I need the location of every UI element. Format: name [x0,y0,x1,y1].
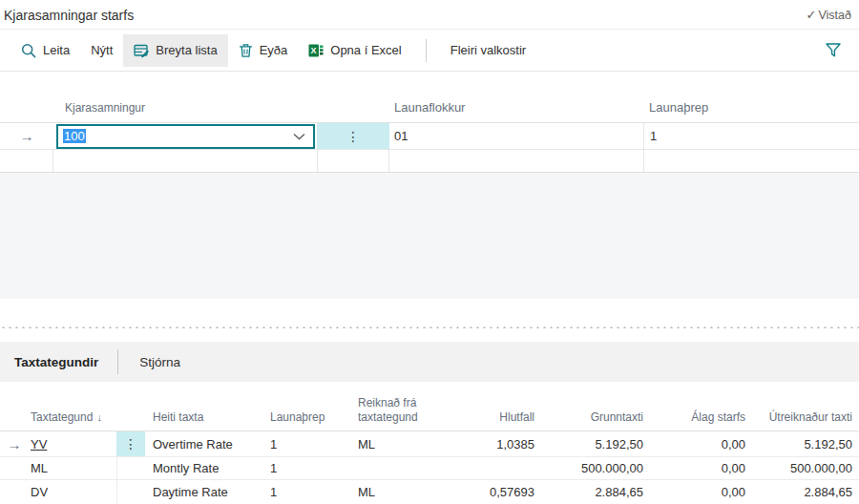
ratio-cell[interactable]: 1,0385 [437,437,534,452]
total-rate-cell[interactable]: 500.000,00 [745,461,852,475]
column-header-hlutfall[interactable]: Hlutfall [437,410,534,425]
step-cell[interactable]: 1 [267,485,355,499]
rate-types-grid: Taxtategund ↓ Heiti taxta Launaþrep Reik… [0,387,859,504]
toolbar-separator [426,39,427,62]
more-options-button[interactable]: Fleiri valkostir [440,34,536,67]
worksheet-grid: Kjarasamningur Launaflokkur Launaþrep → … [0,72,859,173]
column-header-reiknad-fra[interactable]: Reiknað frá taxtategund [355,396,437,425]
delete-button[interactable]: Eyða [228,34,299,67]
worksheet-active-row: → 100 ⋮ 01 1 [0,123,859,150]
edit-list-button[interactable]: Breyta lista [123,34,227,67]
step-cell[interactable]: 1 [267,461,355,475]
background-region [0,173,859,299]
calc-from-cell[interactable]: ML [355,485,437,499]
column-header-grunntaxti[interactable]: Grunntaxti [534,410,643,425]
name-cell[interactable]: Daytime Rate [145,485,267,499]
business-central-page: Kjarasamningar starfs ✓ Vistað Leita Nýt… [0,0,859,504]
spacer [0,299,859,326]
column-header-heiti-taxta[interactable]: Heiti taxta [145,410,267,425]
column-header-utreiknadur-taxti[interactable]: Útreiknaður taxti [745,410,852,425]
wage-group-cell[interactable]: 01 [389,123,643,149]
open-in-excel-label: Opna í Excel [330,43,401,57]
search-label: Leita [43,43,70,57]
trash-icon [239,43,253,58]
ratio-cell[interactable]: 0,57693 [437,485,534,499]
column-header-alag-starfs[interactable]: Álag starfs [643,410,745,425]
search-button[interactable]: Leita [10,34,80,67]
row-actions-cell: ⋮ [317,123,389,149]
subpage-menu-stjorna[interactable]: Stjórna [139,355,180,369]
save-status-badge: ✓ Vistað [807,8,851,22]
rate-type-row: ML Montly Rate 1 500.000,00 0,00 500.000… [0,457,859,480]
edit-list-label: Breyta lista [156,43,217,57]
row-marker-cell: → [0,123,53,149]
agreement-cell[interactable] [53,150,317,172]
code-link[interactable]: YV [31,437,47,452]
calc-from-cell[interactable]: ML [355,437,437,452]
wage-step-cell[interactable]: 1 [643,123,859,149]
row-actions-cell [116,480,145,504]
row-actions-button[interactable]: ⋮ [317,123,389,149]
excel-icon: X [308,43,324,58]
edit-list-icon [134,43,149,58]
column-header-launaflokkur[interactable]: Launaflokkur [389,100,643,115]
rate-type-row: → YV ⋮ Overtime Rate 1 ML 1,0385 5.192,5… [0,431,859,457]
page-title: Kjarasamningar starfs [4,8,134,23]
more-options-label: Fleiri valkostir [450,43,526,57]
base-rate-cell[interactable]: 500.000,00 [534,461,643,475]
column-header-taxtategund[interactable]: Taxtategund ↓ [29,410,116,425]
checkmark-icon: ✓ [807,8,817,22]
agreement-input-value: 100 [63,129,86,143]
ellipsis-vertical-icon: ⋮ [124,437,137,451]
page-header: Kjarasamningar starfs ✓ Vistað [0,0,859,30]
row-marker-cell [0,150,53,172]
column-header-kjarasamningur[interactable]: Kjarasamningur [53,101,317,115]
bonus-cell[interactable]: 0,00 [643,485,745,499]
action-toolbar: Leita Nýtt Breyta lista [0,30,859,72]
delete-label: Eyða [260,43,288,57]
column-header-launathrep[interactable]: Launaþrep [643,100,859,115]
row-marker-cell: → [0,436,29,452]
subpage-title[interactable]: Taxtategundir [14,355,98,369]
open-in-excel-button[interactable]: X Opna í Excel [298,34,411,67]
column-header-label: Taxtategund [31,410,93,425]
bonus-cell[interactable]: 0,00 [643,461,745,475]
filter-button[interactable] [825,42,859,58]
chevron-down-icon[interactable] [293,133,305,140]
base-rate-cell[interactable]: 5.192,50 [534,437,643,452]
spacer [0,328,859,342]
base-rate-cell[interactable]: 2.884,65 [534,485,643,499]
worksheet-empty-row[interactable] [0,150,859,173]
total-rate-cell[interactable]: 2.884,65 [745,485,852,499]
filter-icon [825,42,842,58]
active-row-arrow-icon: → [8,436,22,452]
sort-descending-icon: ↓ [96,411,102,425]
wage-group-cell[interactable] [389,150,643,172]
new-button[interactable]: Nýtt [80,34,123,67]
column-header-launathrep[interactable]: Launaþrep [267,410,355,425]
code-cell[interactable]: DV [29,485,116,499]
name-cell[interactable]: Overtime Rate [145,437,267,452]
ellipsis-vertical-icon: ⋮ [346,130,360,143]
agreement-input[interactable]: 100 [56,124,315,149]
total-rate-cell[interactable]: 5.192,50 [745,437,852,452]
subpage-toolbar: Taxtategundir Stjórna [0,342,859,382]
step-cell[interactable]: 1 [267,437,355,452]
row-actions-cell [317,150,389,172]
subpage-separator [117,349,118,374]
wage-step-cell[interactable] [643,150,859,172]
bonus-cell[interactable]: 0,00 [643,437,745,452]
code-cell: YV [29,437,116,452]
name-cell[interactable]: Montly Rate [145,461,267,475]
svg-text:X: X [311,46,317,55]
row-actions-cell [116,457,145,479]
agreement-cell: 100 [53,123,317,149]
worksheet-header-row: Kjarasamningur Launaflokkur Launaþrep [0,72,859,123]
code-cell[interactable]: ML [29,461,116,475]
rate-types-header-row: Taxtategund ↓ Heiti taxta Launaþrep Reik… [0,387,859,431]
new-label: Nýtt [91,43,113,57]
ellipsis-column-header [116,387,145,425]
save-status-label: Vistað [818,9,851,22]
row-actions-button[interactable]: ⋮ [116,431,145,456]
search-icon [21,43,36,58]
